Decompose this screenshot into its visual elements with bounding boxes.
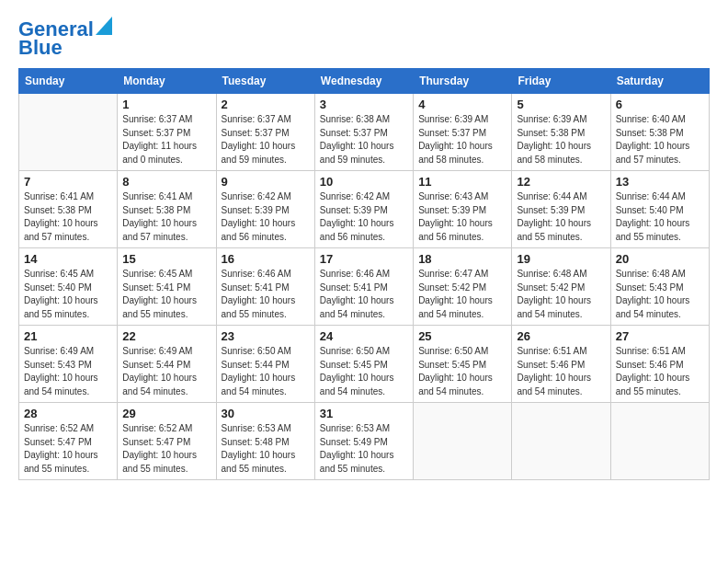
day-number: 1 [122,98,210,111]
day-info: Sunrise: 6:44 AMSunset: 5:39 PMDaylight:… [517,190,605,244]
day-info: Sunrise: 6:49 AMSunset: 5:43 PMDaylight:… [24,345,112,398]
calendar-day-cell: 13Sunrise: 6:44 AMSunset: 5:40 PMDayligh… [610,171,709,248]
day-info: Sunrise: 6:37 AMSunset: 5:37 PMDaylight:… [222,113,310,167]
calendar-day-cell: 27Sunrise: 6:51 AMSunset: 5:46 PMDayligh… [610,326,709,403]
day-number: 11 [418,175,506,189]
calendar-day-cell: 28Sunrise: 6:52 AMSunset: 5:47 PMDayligh… [19,403,118,480]
day-number: 15 [122,252,210,266]
calendar-day-cell [610,403,709,480]
calendar-day-cell: 10Sunrise: 6:42 AMSunset: 5:39 PMDayligh… [314,171,413,248]
day-number: 9 [222,175,310,189]
day-number: 8 [122,175,210,189]
day-number: 4 [418,98,506,111]
day-info: Sunrise: 6:53 AMSunset: 5:48 PMDaylight:… [222,422,310,476]
day-info: Sunrise: 6:52 AMSunset: 5:47 PMDaylight:… [122,422,210,476]
calendar-day-cell: 17Sunrise: 6:46 AMSunset: 5:41 PMDayligh… [314,248,413,326]
day-info: Sunrise: 6:38 AMSunset: 5:37 PMDaylight:… [320,113,408,167]
calendar-day-cell: 30Sunrise: 6:53 AMSunset: 5:48 PMDayligh… [216,403,314,480]
weekday-header: Wednesday [314,69,413,94]
page-header: General Blue [18,18,710,59]
day-number: 23 [222,329,310,343]
calendar-day-cell: 9Sunrise: 6:42 AMSunset: 5:39 PMDaylight… [216,171,314,248]
day-info: Sunrise: 6:40 AMSunset: 5:38 PMDaylight:… [616,113,704,167]
weekday-header: Thursday [414,69,512,94]
calendar-day-cell: 4Sunrise: 6:39 AMSunset: 5:37 PMDaylight… [414,94,512,171]
calendar-day-cell: 12Sunrise: 6:44 AMSunset: 5:39 PMDayligh… [512,171,610,248]
calendar-week-row: 28Sunrise: 6:52 AMSunset: 5:47 PMDayligh… [19,403,710,480]
day-info: Sunrise: 6:48 AMSunset: 5:43 PMDaylight:… [616,268,704,321]
day-number: 20 [616,252,704,266]
day-number: 27 [616,329,704,343]
day-info: Sunrise: 6:46 AMSunset: 5:41 PMDaylight:… [222,268,310,321]
day-info: Sunrise: 6:37 AMSunset: 5:37 PMDaylight:… [122,113,210,167]
day-number: 22 [122,329,210,343]
calendar-day-cell: 22Sunrise: 6:49 AMSunset: 5:44 PMDayligh… [118,326,216,403]
calendar-week-row: 1Sunrise: 6:37 AMSunset: 5:37 PMDaylight… [19,94,710,171]
day-number: 19 [517,252,605,266]
day-number: 14 [24,252,112,266]
day-info: Sunrise: 6:39 AMSunset: 5:37 PMDaylight:… [418,113,506,167]
day-number: 2 [222,98,310,111]
day-number: 12 [517,175,605,189]
calendar-day-cell: 19Sunrise: 6:48 AMSunset: 5:42 PMDayligh… [512,248,610,326]
day-number: 6 [616,98,704,111]
calendar-table: SundayMondayTuesdayWednesdayThursdayFrid… [18,68,710,480]
weekday-header: Tuesday [216,69,314,94]
calendar-week-row: 21Sunrise: 6:49 AMSunset: 5:43 PMDayligh… [19,326,710,403]
day-info: Sunrise: 6:50 AMSunset: 5:45 PMDaylight:… [418,345,506,398]
day-number: 30 [222,407,310,420]
weekday-header: Monday [118,69,216,94]
calendar-day-cell: 21Sunrise: 6:49 AMSunset: 5:43 PMDayligh… [19,326,118,403]
calendar-day-cell: 24Sunrise: 6:50 AMSunset: 5:45 PMDayligh… [314,326,413,403]
day-number: 7 [24,175,112,189]
calendar-day-cell: 6Sunrise: 6:40 AMSunset: 5:38 PMDaylight… [610,94,709,171]
day-number: 16 [222,252,310,266]
calendar-day-cell: 31Sunrise: 6:53 AMSunset: 5:49 PMDayligh… [314,403,413,480]
svg-marker-0 [96,17,112,35]
day-number: 21 [24,329,112,343]
calendar-day-cell: 5Sunrise: 6:39 AMSunset: 5:38 PMDaylight… [512,94,610,171]
logo-arrow-icon [96,17,112,35]
calendar-day-cell: 20Sunrise: 6:48 AMSunset: 5:43 PMDayligh… [610,248,709,326]
day-number: 31 [320,407,408,420]
day-info: Sunrise: 6:51 AMSunset: 5:46 PMDaylight:… [616,345,704,398]
calendar-day-cell: 1Sunrise: 6:37 AMSunset: 5:37 PMDaylight… [118,94,216,171]
calendar-week-row: 14Sunrise: 6:45 AMSunset: 5:40 PMDayligh… [19,248,710,326]
calendar-day-cell [19,94,118,171]
calendar-day-cell [512,403,610,480]
weekday-header-row: SundayMondayTuesdayWednesdayThursdayFrid… [19,69,710,94]
day-info: Sunrise: 6:52 AMSunset: 5:47 PMDaylight:… [24,422,112,476]
day-number: 10 [320,175,408,189]
weekday-header: Saturday [610,69,709,94]
day-number: 18 [418,252,506,266]
day-number: 5 [517,98,605,111]
logo-blue-text: Blue [18,37,63,59]
calendar-day-cell [414,403,512,480]
day-info: Sunrise: 6:47 AMSunset: 5:42 PMDaylight:… [418,268,506,321]
day-info: Sunrise: 6:50 AMSunset: 5:45 PMDaylight:… [320,345,408,398]
day-info: Sunrise: 6:49 AMSunset: 5:44 PMDaylight:… [122,345,210,398]
day-number: 25 [418,329,506,343]
day-number: 28 [24,407,112,420]
calendar-day-cell: 18Sunrise: 6:47 AMSunset: 5:42 PMDayligh… [414,248,512,326]
day-info: Sunrise: 6:41 AMSunset: 5:38 PMDaylight:… [24,190,112,244]
calendar-day-cell: 2Sunrise: 6:37 AMSunset: 5:37 PMDaylight… [216,94,314,171]
day-info: Sunrise: 6:45 AMSunset: 5:40 PMDaylight:… [24,268,112,321]
calendar-week-row: 7Sunrise: 6:41 AMSunset: 5:38 PMDaylight… [19,171,710,248]
day-number: 13 [616,175,704,189]
day-number: 3 [320,98,408,111]
day-number: 29 [122,407,210,420]
calendar-day-cell: 7Sunrise: 6:41 AMSunset: 5:38 PMDaylight… [19,171,118,248]
weekday-header: Sunday [19,69,118,94]
day-info: Sunrise: 6:53 AMSunset: 5:49 PMDaylight:… [320,422,408,476]
calendar-day-cell: 16Sunrise: 6:46 AMSunset: 5:41 PMDayligh… [216,248,314,326]
day-info: Sunrise: 6:41 AMSunset: 5:38 PMDaylight:… [122,190,210,244]
day-info: Sunrise: 6:46 AMSunset: 5:41 PMDaylight:… [320,268,408,321]
day-info: Sunrise: 6:48 AMSunset: 5:42 PMDaylight:… [517,268,605,321]
day-number: 24 [320,329,408,343]
calendar-day-cell: 8Sunrise: 6:41 AMSunset: 5:38 PMDaylight… [118,171,216,248]
day-number: 26 [517,329,605,343]
logo: General Blue [18,18,112,59]
day-info: Sunrise: 6:42 AMSunset: 5:39 PMDaylight:… [320,190,408,244]
day-info: Sunrise: 6:51 AMSunset: 5:46 PMDaylight:… [517,345,605,398]
